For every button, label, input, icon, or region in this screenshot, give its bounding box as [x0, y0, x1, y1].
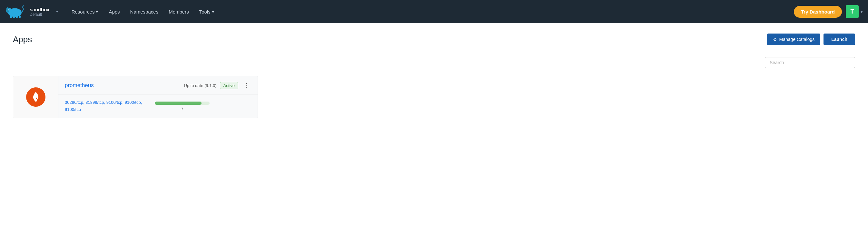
nav-members[interactable]: Members — [164, 6, 193, 17]
user-avatar: T — [846, 5, 859, 18]
more-options-button[interactable]: ⋮ — [242, 81, 251, 90]
svg-rect-9 — [13, 16, 15, 18]
brand-chevron-icon: ▾ — [56, 9, 58, 14]
page-title: Apps — [13, 34, 32, 45]
nav-resources[interactable]: Resources ▾ — [67, 6, 103, 17]
user-menu[interactable]: T ▾ — [846, 5, 863, 18]
brand-info: sandbox Default — [30, 7, 50, 17]
app-status-row: Up to date (9.1.0) Active ⋮ — [184, 81, 251, 90]
page-actions: ⚙ Manage Catalogs Launch — [767, 33, 855, 45]
svg-rect-10 — [16, 16, 18, 18]
nav-apps[interactable]: Apps — [104, 6, 124, 17]
nav-right: Try Dashboard T ▾ — [794, 5, 863, 18]
progress-label: 7 — [181, 106, 183, 111]
svg-point-5 — [8, 10, 9, 10]
brand-sub: Default — [30, 12, 50, 17]
brand-switcher[interactable]: sandbox Default ▾ — [30, 7, 58, 17]
gear-icon: ⚙ — [773, 37, 777, 42]
app-icon-area — [13, 76, 58, 118]
app-card-header: prometheus Up to date (9.1.0) Active ⋮ — [58, 76, 258, 94]
resources-chevron-icon: ▾ — [96, 9, 98, 14]
brand-name: sandbox — [30, 7, 50, 12]
search-row — [13, 57, 855, 68]
progress-bar-fill — [155, 101, 202, 105]
nav-tools[interactable]: Tools ▾ — [195, 6, 219, 17]
status-badge: Active — [220, 82, 238, 89]
main-content: Apps ⚙ Manage Catalogs Launch — [0, 23, 868, 236]
app-card-body: 30286/tcp, 31899/tcp, 9100/tcp, 9100/tcp… — [58, 94, 258, 118]
launch-button[interactable]: Launch — [824, 33, 855, 45]
svg-point-7 — [8, 11, 8, 11]
app-up-to-date: Up to date (9.1.0) — [184, 83, 216, 88]
svg-rect-11 — [19, 16, 21, 18]
nav-links: Resources ▾ Apps Namespaces Members Tool… — [67, 6, 791, 17]
prometheus-flame-icon — [30, 91, 41, 103]
app-card-content: prometheus Up to date (9.1.0) Active ⋮ 3… — [58, 76, 258, 118]
navbar: sandbox Default ▾ Resources ▾ Apps Names… — [0, 0, 868, 23]
tools-chevron-icon: ▾ — [212, 9, 214, 14]
app-card: prometheus Up to date (9.1.0) Active ⋮ 3… — [13, 76, 258, 118]
progress-bar — [155, 101, 210, 105]
app-logo — [5, 4, 25, 19]
app-progress-area: 7 — [155, 101, 210, 111]
manage-catalogs-button[interactable]: ⚙ Manage Catalogs — [767, 33, 820, 45]
svg-point-6 — [7, 11, 7, 11]
user-chevron-icon: ▾ — [861, 9, 863, 14]
nav-namespaces[interactable]: Namespaces — [126, 6, 163, 17]
svg-rect-8 — [10, 16, 12, 18]
try-dashboard-button[interactable]: Try Dashboard — [794, 6, 842, 18]
svg-point-3 — [6, 10, 9, 13]
page-header: Apps ⚙ Manage Catalogs Launch — [13, 33, 855, 45]
app-ports: 30286/tcp, 31899/tcp, 9100/tcp, 9100/tcp… — [65, 99, 142, 113]
app-name-link[interactable]: prometheus — [65, 82, 179, 89]
rancher-logo-icon — [5, 4, 25, 19]
search-input[interactable] — [765, 57, 855, 68]
prometheus-icon — [26, 87, 45, 107]
